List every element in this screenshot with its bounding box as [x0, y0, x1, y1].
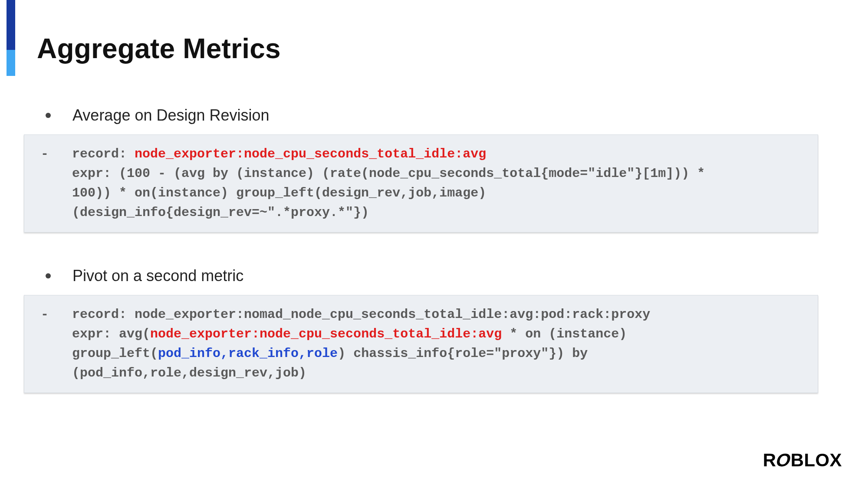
slide: Aggregate Metrics Average on Design Revi…	[0, 0, 868, 488]
bullet-2-text: Pivot on a second metric	[72, 267, 243, 285]
bullet-row-2: Pivot on a second metric	[46, 267, 831, 285]
code-text: group_left(	[41, 346, 158, 361]
bullet-row-1: Average on Design Revision	[46, 106, 831, 124]
bullet-dot-icon	[46, 113, 51, 118]
accent-bar-dark	[7, 0, 15, 50]
roblox-logo: ROBLOX	[763, 450, 842, 471]
code2-line3: group_left(pod_info,rack_info,role) chas…	[29, 344, 813, 364]
code-text: ) chassis_info{role="proxy"}) by	[338, 346, 588, 361]
accent-bar-light	[7, 50, 15, 76]
code-text: expr: avg(	[41, 327, 150, 341]
code2-line4: (pod_info,role,design_rev,job)	[29, 364, 813, 383]
code-text: * on (instance)	[502, 327, 627, 341]
slide-title: Aggregate Metrics	[37, 33, 281, 65]
code-highlight-red: node_exporter:node_cpu_seconds_total_idl…	[150, 327, 502, 341]
bullet-1-text: Average on Design Revision	[72, 106, 270, 124]
code-highlight-red: node_exporter:node_cpu_seconds_total_idl…	[135, 147, 486, 161]
code2-line2: expr: avg(node_exporter:node_cpu_seconds…	[29, 324, 813, 344]
bullet-1: Average on Design Revision	[46, 106, 831, 124]
bullet-dot-icon	[46, 273, 51, 278]
logo-part-blox: BLOX	[791, 450, 842, 470]
code-block-1: - record: node_exporter:node_cpu_seconds…	[24, 134, 818, 233]
code-block-2: - record: node_exporter:nomad_node_cpu_s…	[24, 295, 818, 393]
code-text: - record:	[41, 147, 135, 161]
bullet-2: Pivot on a second metric	[46, 267, 831, 285]
code2-line1: - record: node_exporter:nomad_node_cpu_s…	[29, 305, 813, 324]
code1-line1: - record: node_exporter:node_cpu_seconds…	[29, 144, 813, 164]
code1-line3: 100)) * on(instance) group_left(design_r…	[29, 183, 813, 203]
code1-line4: (design_info{design_rev=~".*proxy.*"})	[29, 203, 813, 223]
code1-line2: expr: (100 - (avg by (instance) (rate(no…	[29, 164, 813, 183]
code-highlight-blue: pod_info,rack_info,role	[158, 346, 338, 361]
